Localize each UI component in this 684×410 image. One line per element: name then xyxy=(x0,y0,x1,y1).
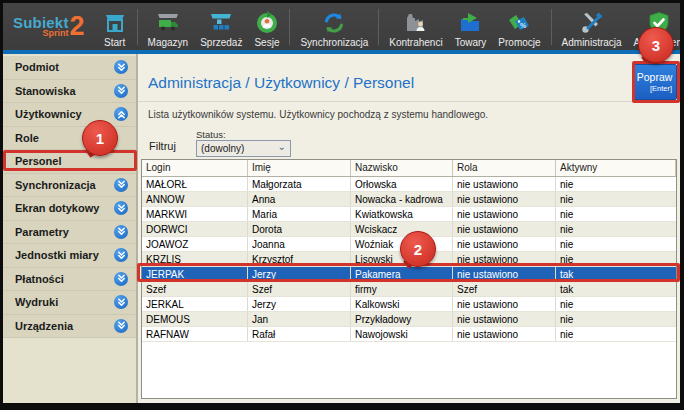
column-header-nazwisko[interactable]: Nazwisko xyxy=(351,160,453,176)
sidebar-item-u-ytkownicy[interactable]: Użytkownicy xyxy=(3,103,136,127)
table-cell: nie ustawiono xyxy=(453,327,556,341)
sidebar-item-label: Personel xyxy=(15,155,61,167)
toolbar-button-label: Promocje xyxy=(498,37,540,48)
chevron-up-icon xyxy=(114,107,128,121)
column-header-login[interactable]: Login xyxy=(142,160,248,176)
popraw-button-label: Popraw xyxy=(637,71,673,83)
main-panel: Administracja / Użytkownicy / Personel P… xyxy=(138,54,680,403)
table-header-row: LoginImięNazwiskoRolaAktywny xyxy=(142,160,676,177)
table-row[interactable]: JOAWOZJoannaWoźniaknie ustawiononie xyxy=(142,237,676,252)
toolbar-button-label: Magazyn xyxy=(148,37,189,48)
table-cell: nie ustawiono xyxy=(453,237,556,251)
toolbar-button-magazyn[interactable]: Magazyn xyxy=(142,6,195,48)
toolbar-divider xyxy=(289,9,290,45)
table-cell: JERPAK xyxy=(142,267,248,281)
table-cell: nie xyxy=(556,237,676,251)
toolbar-button-abonament[interactable]: Abonament xyxy=(628,6,684,48)
header-separator xyxy=(138,101,680,102)
table-cell: Szef xyxy=(248,282,351,296)
warehouse-truck-icon xyxy=(156,11,180,35)
table-cell: nie ustawiono xyxy=(453,192,556,206)
toolbar-right: AbonamentZablokuj xyxy=(628,3,684,50)
status-select[interactable]: (dowolny) ⌄ xyxy=(196,140,291,157)
toolbar-button-promocje[interactable]: %Promocje xyxy=(492,6,546,48)
breadcrumb: Administracja / Użytkownicy / Personel xyxy=(148,74,414,92)
sidebar-item-role[interactable]: Role xyxy=(3,127,136,151)
column-header-imię[interactable]: Imię xyxy=(248,160,351,176)
popraw-button[interactable]: Popraw [Enter] xyxy=(632,64,677,100)
sidebar-item-podmiot[interactable]: Podmiot xyxy=(3,56,136,80)
toolbar-button-sprzedaz[interactable]: Sprzedaż xyxy=(194,6,248,48)
table-cell: JERKAL xyxy=(142,297,248,311)
table-cell: RAFNAW xyxy=(142,327,248,341)
table-cell: nie xyxy=(556,192,676,206)
sidebar-item-stanowiska[interactable]: Stanowiska xyxy=(3,80,136,104)
table-cell: nie xyxy=(556,177,676,191)
toolbar-button-administracja[interactable]: Administracja xyxy=(556,6,628,48)
table-cell: DORWCI xyxy=(142,222,248,236)
toolbar-button-towary[interactable]: Towary xyxy=(449,6,493,48)
chevron-down-icon xyxy=(114,60,128,74)
toolbar-button-sesje[interactable]: Sesje xyxy=(248,6,285,48)
table-cell: Rafał xyxy=(248,327,351,341)
table-cell: Dorota xyxy=(248,222,351,236)
table-row[interactable]: MAŁORŁMałgorzataOrłowskanie ustawiononie xyxy=(142,177,676,192)
table-cell: nie ustawiono xyxy=(453,252,556,266)
chevron-down-icon xyxy=(114,84,128,98)
sidebar-item-parametry[interactable]: Parametry xyxy=(3,221,136,245)
sidebar-item-label: Podmiot xyxy=(15,61,59,73)
logo-number: 2 xyxy=(70,14,85,38)
sidebar-item-label: Parametry xyxy=(15,226,69,238)
toolbar-button-kontrahenci[interactable]: Kontrahenci xyxy=(383,6,448,48)
table-cell: Joanna xyxy=(248,237,351,251)
promo-tags-icon: % xyxy=(507,11,531,35)
table-cell: MAŁORŁ xyxy=(142,177,248,191)
table-cell: Nowacka - kadrowa xyxy=(351,192,453,206)
table-cell: Jan xyxy=(248,312,351,326)
column-header-rola[interactable]: Rola xyxy=(453,160,556,176)
table-row[interactable]: DORWCIDorotaWciskacznie ustawiononie xyxy=(142,222,676,237)
column-header-aktywny[interactable]: Aktywny xyxy=(556,160,676,176)
sidebar-item-synchronizacja[interactable]: Synchronizacja xyxy=(3,174,136,198)
table-row[interactable]: KRZLISKrzysztofLisowskinie ustawiononie xyxy=(142,252,676,267)
status-label: Status: xyxy=(196,129,226,140)
toolbar-button-label: Synchronizacja xyxy=(300,37,368,48)
sidebar-item-urz-dzenia[interactable]: Urządzenia xyxy=(3,315,136,339)
table-row[interactable]: DEMOUSJanPrzykładowynie ustawiononie xyxy=(142,312,676,327)
table-cell: Szef xyxy=(142,282,248,296)
sidebar-item-label: Jednostki miary xyxy=(15,249,99,261)
chevron-down-icon xyxy=(114,248,128,262)
table-row[interactable]: MARKWIMariaKwiatkowskanie ustawiononie xyxy=(142,207,676,222)
table-cell: firmy xyxy=(351,282,453,296)
toolbar-button-label: Kontrahenci xyxy=(389,37,442,48)
table-cell: nie ustawiono xyxy=(453,312,556,326)
sidebar-item-p-atno-ci[interactable]: Płatności xyxy=(3,268,136,292)
toolbar-button-label: Administracja xyxy=(562,37,622,48)
sidebar-item-ekran-dotykowy[interactable]: Ekran dotykowy xyxy=(3,197,136,221)
table-cell: nie xyxy=(556,327,676,341)
sidebar-item-wydruki[interactable]: Wydruki xyxy=(3,291,136,315)
table-cell: nie ustawiono xyxy=(453,207,556,221)
storefront-icon xyxy=(103,11,127,35)
table-cell: ANNOW xyxy=(142,192,248,206)
table-row[interactable]: RAFNAWRafałNawojowskinie ustawiononie xyxy=(142,327,676,342)
table-cell: nie ustawiono xyxy=(453,267,556,281)
table-row[interactable]: JERPAKJerzyPakameranie ustawionotak xyxy=(142,267,676,282)
toolbar-button-synchronizacja[interactable]: Synchronizacja xyxy=(294,6,374,48)
filter-label: Filtruj xyxy=(149,140,176,152)
sessions-person-icon xyxy=(255,11,279,35)
table-row[interactable]: SzefSzeffirmySzeftak xyxy=(142,282,676,297)
sidebar-item-label: Ekran dotykowy xyxy=(15,202,99,214)
toolbar-button-start[interactable]: Start xyxy=(97,6,133,48)
svg-text:%: % xyxy=(520,22,527,29)
table-row[interactable]: JERKALJerzyKalkowskinie ustawiononie xyxy=(142,297,676,312)
users-table: LoginImięNazwiskoRolaAktywnyMAŁORŁMałgor… xyxy=(141,159,677,399)
app-window: Subiekt Sprint 2 StartMagazynSprzedażSes… xyxy=(0,0,684,410)
chevron-down-icon xyxy=(114,295,128,309)
table-cell: nie xyxy=(556,297,676,311)
table-row[interactable]: ANNOWAnnaNowacka - kadrowanie ustawionon… xyxy=(142,192,676,207)
table-cell: nie ustawiono xyxy=(453,177,556,191)
sidebar-item-jednostki-miary[interactable]: Jednostki miary xyxy=(3,244,136,268)
sidebar-item-personel[interactable]: Personel xyxy=(3,150,136,174)
table-cell: Lisowski xyxy=(351,252,453,266)
